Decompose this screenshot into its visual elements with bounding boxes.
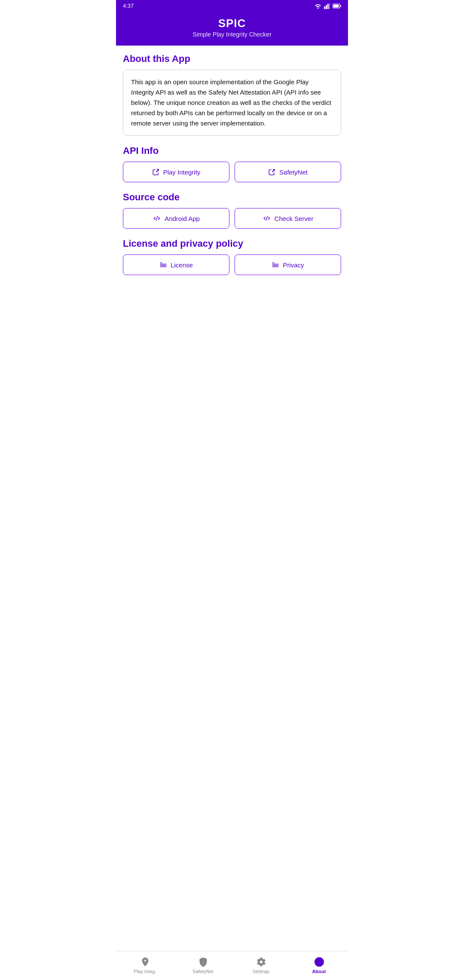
battery-icon <box>333 3 341 9</box>
nav-safetynet-label: SafetyNet <box>192 969 213 974</box>
main-content: About this App This app is an open sourc… <box>116 46 348 951</box>
license-privacy-title: License and privacy policy <box>123 238 341 249</box>
privacy-label: Privacy <box>283 261 304 269</box>
code-icon <box>153 214 161 222</box>
svg-rect-4 <box>329 3 330 9</box>
source-code-buttons: Android App Check Server <box>123 208 341 229</box>
svg-point-0 <box>317 7 319 9</box>
android-app-label: Android App <box>165 215 200 222</box>
svg-line-8 <box>156 217 158 220</box>
code-icon-2 <box>263 214 271 222</box>
signal-icon <box>324 3 330 9</box>
nav-safetynet[interactable]: SafetyNet <box>174 955 232 976</box>
nav-settings[interactable]: Settings <box>232 955 290 976</box>
app-subtitle: Simple Play Integrity Checker <box>123 31 341 38</box>
svg-line-9 <box>266 217 267 220</box>
settings-nav-icon <box>256 956 267 968</box>
safetynet-api-button[interactable]: SafetyNet <box>235 162 341 182</box>
nav-about-label: About <box>312 969 326 974</box>
app-title: SPIC <box>123 17 341 30</box>
license-privacy-buttons: License Privacy <box>123 254 341 275</box>
check-server-button[interactable]: Check Server <box>235 208 341 229</box>
external-link-icon-2 <box>268 168 276 176</box>
play-integrity-api-button[interactable]: Play Integrity <box>123 162 229 182</box>
api-info-title: API Info <box>123 145 341 156</box>
play-integrity-api-label: Play Integrity <box>163 168 201 176</box>
wifi-icon <box>314 3 321 9</box>
svg-rect-6 <box>340 5 341 7</box>
bottom-nav: Play Integ. SafetyNet Settings About <box>116 951 348 980</box>
nav-about[interactable]: About <box>290 955 348 976</box>
nav-play-integrity-label: Play Integ. <box>134 969 156 974</box>
license-label: License <box>171 261 193 269</box>
privacy-button[interactable]: Privacy <box>235 254 341 275</box>
list-icon <box>159 261 167 269</box>
api-info-buttons: Play Integrity SafetyNet <box>123 162 341 182</box>
safetynet-nav-icon <box>198 956 209 968</box>
about-nav-icon <box>314 956 325 968</box>
status-bar: 4:37 <box>116 0 348 12</box>
external-link-icon <box>152 168 160 176</box>
nav-play-integrity[interactable]: Play Integ. <box>116 955 174 976</box>
about-description: This app is an open source implementatio… <box>123 70 341 136</box>
app-header: SPIC Simple Play Integrity Checker <box>116 12 348 46</box>
license-button[interactable]: License <box>123 254 229 275</box>
list-icon-2 <box>272 261 279 269</box>
safetynet-api-label: SafetyNet <box>279 168 308 176</box>
play-integrity-nav-icon <box>140 956 151 968</box>
status-time: 4:37 <box>123 3 134 9</box>
svg-rect-1 <box>324 6 325 9</box>
check-server-label: Check Server <box>275 215 314 222</box>
source-code-title: Source code <box>123 192 341 203</box>
nav-settings-label: Settings <box>253 969 270 974</box>
svg-rect-2 <box>326 5 327 9</box>
about-section-title: About this App <box>123 53 341 64</box>
status-icons <box>314 3 341 9</box>
svg-rect-3 <box>327 4 329 9</box>
android-app-button[interactable]: Android App <box>123 208 229 229</box>
svg-rect-7 <box>333 4 339 7</box>
